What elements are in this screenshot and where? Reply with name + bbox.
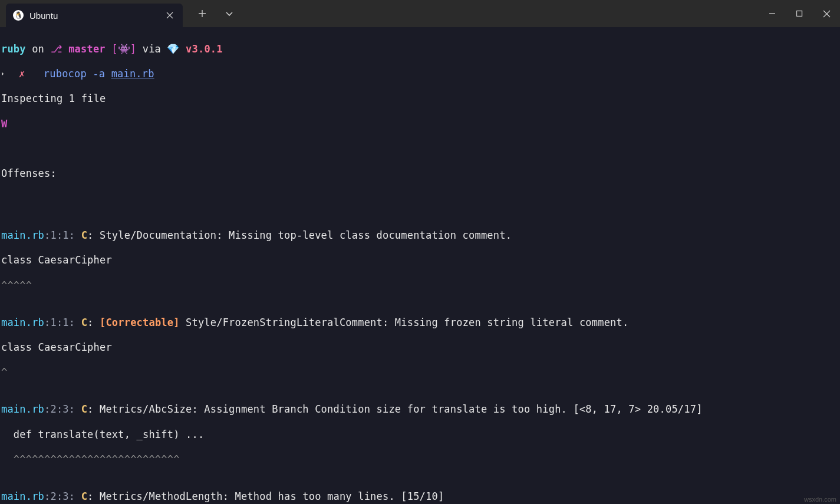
new-tab-button[interactable] <box>189 2 216 25</box>
offenses-header: Offenses: <box>1 167 839 180</box>
minimize-button[interactable] <box>759 0 786 27</box>
terminal-output[interactable]: ruby on ⎇ master [👾] via 💎 v3.0.1 🢒 ✗ ru… <box>0 27 840 504</box>
offense-line: main.rb:1:1: C: Style/Documentation: Mis… <box>1 229 839 242</box>
terminal-tab[interactable]: 🐧 Ubuntu <box>6 4 183 27</box>
window-titlebar: 🐧 Ubuntu <box>0 0 840 27</box>
prompt-line: ruby on ⎇ master [👾] via 💎 v3.0.1 <box>1 43 839 55</box>
offense-src: class CaesarCipher <box>1 254 839 266</box>
close-icon[interactable] <box>164 9 176 21</box>
svg-rect-0 <box>797 11 802 17</box>
tab-dropdown-button[interactable] <box>216 2 243 25</box>
offense-src: def translate(text, _shift) ... <box>1 429 839 441</box>
maximize-button[interactable] <box>786 0 813 27</box>
watermark: wsxdn.com <box>804 496 836 503</box>
inspecting-line: Inspecting 1 file <box>1 93 839 105</box>
tab-title: Ubuntu <box>29 11 58 21</box>
offense-caret: ^ <box>1 366 839 378</box>
offense-line: main.rb:2:3: C: Metrics/MethodLength: Me… <box>1 490 839 503</box>
offense-src: class CaesarCipher <box>1 341 839 354</box>
offense-caret: ^^^^^ <box>1 279 839 292</box>
offense-line: main.rb:2:3: C: Metrics/AbcSize: Assignm… <box>1 403 839 416</box>
ubuntu-icon: 🐧 <box>13 10 24 21</box>
offense-line: main.rb:1:1: C: [Correctable] Style/Froz… <box>1 317 839 329</box>
window-controls <box>759 0 840 27</box>
marker-line: W <box>1 118 839 130</box>
close-window-button[interactable] <box>813 0 840 27</box>
tab-actions <box>189 2 243 25</box>
offense-caret: ^^^^^^^^^^^^^^^^^^^^^^^^^^^ <box>1 453 839 466</box>
command-line: 🢒 ✗ rubocop -a main.rb <box>1 68 839 80</box>
